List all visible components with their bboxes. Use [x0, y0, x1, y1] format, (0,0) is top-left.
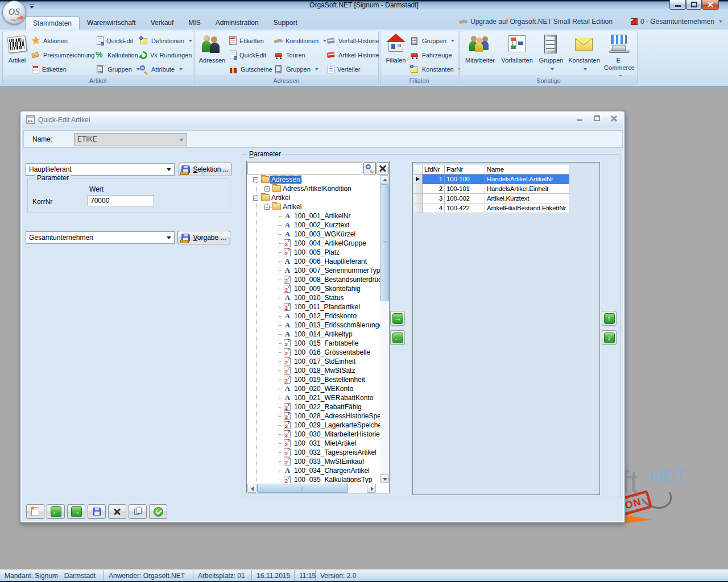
ribbon-button-vorfallarten[interactable]: Vorfallarten [499, 33, 535, 64]
tree-item[interactable]: 100_018_MwStSatz [247, 366, 380, 375]
ribbon-button-gruppen[interactable]: Gruppen [274, 62, 326, 76]
ribbon-button-artikel-historie[interactable]: Artikel-Historie [326, 48, 379, 62]
ribbon-button-etiketten[interactable]: Etiketten [31, 62, 95, 76]
copy-button[interactable] [129, 504, 147, 519]
next-button[interactable]: → [67, 504, 85, 519]
tab-verkauf[interactable]: Verkauf [143, 16, 181, 30]
tree-item[interactable]: A100_012_Erlöskonto [247, 311, 380, 321]
scroll-right-button[interactable] [367, 484, 376, 493]
ribbon-button-quickedit[interactable]: QuickEdit [96, 34, 140, 48]
ribbon-button-gruppen[interactable]: Gruppen [96, 62, 140, 76]
tab-warenwirtschaft[interactable]: Warenwirtschaft [80, 16, 143, 30]
tree-item[interactable]: A100_010_Status [247, 293, 380, 302]
tree-item[interactable]: Artikel [247, 193, 380, 202]
collapse-icon[interactable] [253, 196, 258, 201]
save-button[interactable] [88, 504, 106, 519]
app-menu-button[interactable]: OS .NET [2, 1, 26, 24]
ribbon-button-definitionen[interactable]: Definitionen [139, 34, 192, 48]
name-combo[interactable]: ETIKE [74, 133, 187, 146]
tree-item[interactable]: A100_003_WGKürzel [247, 230, 380, 239]
dialog-maximize-button[interactable] [593, 115, 602, 122]
ribbon-button-mitarbeiter[interactable]: Mitarbeiter [462, 33, 498, 64]
tree-item[interactable]: 100_035_KalkulationsTyp [247, 475, 380, 483]
prev-button[interactable]: ← [47, 504, 65, 519]
ribbon-button-quickedit[interactable]: QuickEdit [229, 48, 272, 62]
window-maximize-button[interactable] [686, 0, 702, 10]
tree-item[interactable]: 100_009_Skontofähig [247, 284, 380, 293]
scrollbar-thumb[interactable] [380, 184, 389, 301]
table-row[interactable]: 4100-422ArtikelFilialBestand.EtikettNr [414, 203, 569, 213]
table-row[interactable]: 2100-101HandelsArtikel.Einheit [414, 184, 569, 194]
ribbon-button-filialen[interactable]: Filialen [383, 33, 409, 64]
ribbon-button-gruppen[interactable]: Gruppen [410, 34, 462, 48]
tree-horizontal-scrollbar[interactable] [247, 484, 376, 493]
tree-vertical-scrollbar[interactable] [380, 175, 389, 483]
tree-search-input[interactable] [247, 162, 362, 174]
tree-item[interactable]: A100_002_Kurztext [247, 221, 380, 230]
expand-icon[interactable] [264, 186, 270, 192]
window-minimize-button[interactable] [669, 0, 686, 10]
delete-button[interactable] [108, 504, 126, 519]
upgrade-link[interactable]: Upgrade auf Orgasoft.NET Small Retail Ed… [459, 18, 613, 26]
tree-item[interactable]: A100_006_Hauptlieferant [247, 257, 380, 266]
dialog-close-button[interactable] [610, 115, 619, 122]
ribbon-button-vk-rundungen[interactable]: Vk-Rundungen [139, 48, 192, 62]
tree-item[interactable]: 100_004_ArtikelGruppe [247, 239, 380, 248]
ribbon-button-e-commerce[interactable]: E-Commerce [602, 33, 636, 79]
tree-item[interactable]: 100_016_Grössentabelle [247, 348, 380, 357]
new-button[interactable] [26, 504, 44, 519]
tree-item[interactable]: 100_008_Bestandsunterdrückung [247, 275, 380, 284]
tab-stammdaten[interactable]: Stammdaten [25, 16, 80, 30]
ribbon-button-fahrzeuge[interactable]: Fahrzeuge [410, 48, 462, 62]
ribbon-button-konditionen[interactable]: Konditionen [274, 34, 326, 48]
tree-item[interactable]: 100_031_MietArtikel [247, 439, 380, 448]
dialog-titlebar[interactable]: Quick-Edit Artikel [22, 113, 623, 127]
ribbon-button-attribute[interactable]: Attribute [139, 62, 192, 76]
table-row[interactable]: 3100-002Artikel.Kurztext [414, 194, 569, 203]
tab-mis[interactable]: MIS [181, 16, 208, 30]
collapse-icon[interactable] [264, 205, 270, 210]
tree-item[interactable]: 100_033_MwStEinkauf [247, 457, 380, 466]
search-button[interactable] [363, 162, 376, 174]
clear-search-button[interactable] [377, 162, 389, 174]
ribbon-button-aktionen[interactable]: Aktionen [31, 34, 95, 48]
tree-item[interactable]: 100_005_Platz [247, 248, 380, 257]
scroll-left-button[interactable] [247, 484, 257, 493]
column-header-lfdnr[interactable]: LfdNr [423, 165, 445, 174]
tree-item[interactable]: 100_011_Pfandartikel [247, 302, 380, 311]
tree-item[interactable]: A100_020_WEKonto [247, 384, 380, 393]
tree-item[interactable]: Adressen [247, 175, 380, 184]
move-up-button[interactable]: ↑ [602, 311, 617, 326]
vorgabe-button[interactable]: Vorgabe ... [177, 231, 230, 244]
column-header-name[interactable]: Name [485, 165, 569, 174]
tree-item[interactable]: A100_034_ChargenArtikel [247, 466, 380, 475]
ribbon-button-gruppen[interactable]: Gruppen [536, 33, 566, 72]
tab-administration[interactable]: Administration [208, 16, 266, 30]
ribbon-button-konstanten[interactable]: Konstanten [410, 62, 462, 76]
ribbon-button-adressen[interactable]: Adressen [197, 33, 228, 64]
tab-support[interactable]: Support [266, 16, 305, 30]
window-close-button[interactable] [702, 0, 719, 10]
tree-item[interactable]: A100_001_ArtikelNr [247, 211, 380, 221]
tree-item[interactable]: 100_017_StdEinheit [247, 357, 380, 366]
scrollbar-thumb[interactable] [257, 484, 348, 493]
selektion-button[interactable]: Selektion ... [179, 163, 231, 176]
tree-item[interactable]: Artikel [247, 202, 380, 211]
ok-button[interactable] [149, 504, 167, 519]
company-selector[interactable]: 0 - Gesamtunternehmen [631, 18, 722, 26]
tree-item[interactable]: 100_030_MitarbeiterHistorieSpeichern [247, 430, 380, 439]
tree-item[interactable]: AdressArtikelKondition [247, 184, 380, 193]
ribbon-button-touren[interactable]: Touren [274, 48, 326, 62]
table-row[interactable]: 1100-100HandelsArtikel.ArtikelNr [414, 174, 569, 184]
tree-item[interactable]: 100_028_AdressHistorieSpeichern [247, 411, 380, 421]
ribbon-button-vorfall-historie[interactable]: Vorfall-Historie [326, 34, 379, 48]
tree-item[interactable]: 100_022_RabattFähig [247, 402, 380, 411]
scroll-down-button[interactable] [380, 474, 389, 483]
move-down-button[interactable]: ↓ [602, 330, 617, 345]
tree-item[interactable]: 100_015_Farbtabelle [247, 339, 380, 348]
ribbon-button-kalkulation[interactable]: Kalkulation [96, 48, 140, 62]
collapse-icon[interactable] [253, 177, 258, 182]
ribbon-button-artikel[interactable]: Artikel [5, 33, 29, 64]
tree-item[interactable]: A100_007_SeriennummerTyp [247, 266, 380, 275]
dialog-minimize-button[interactable] [576, 115, 585, 122]
